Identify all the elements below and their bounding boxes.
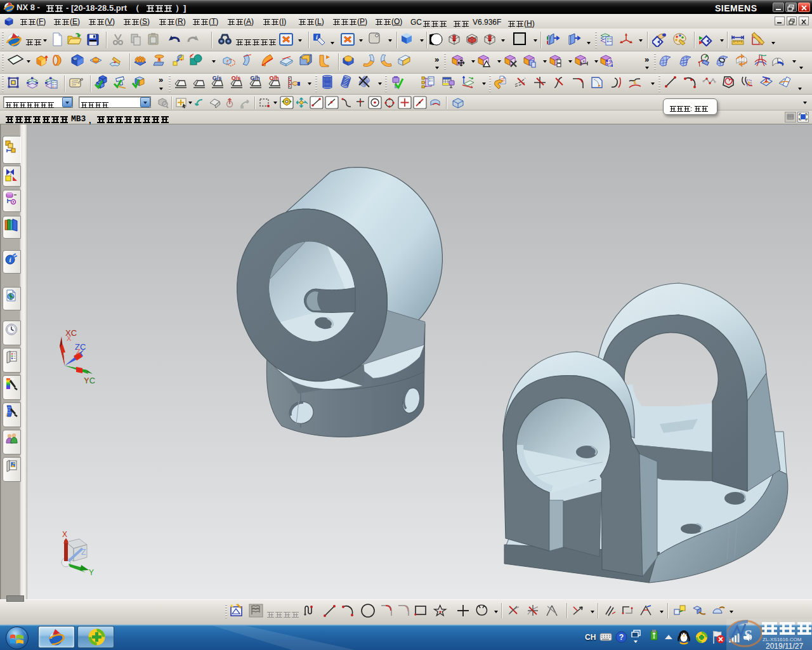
svg-text:G/s: G/s	[213, 76, 222, 81]
svg-text:Z: Z	[81, 548, 86, 557]
svg-text:X: X	[62, 530, 67, 539]
svg-text:X: X	[67, 335, 72, 342]
svg-text:Y: Y	[89, 568, 94, 577]
svg-text:S: S	[743, 627, 752, 643]
svg-text:G/h: G/h	[251, 76, 260, 81]
svg-text:O/h: O/h	[270, 76, 279, 81]
svg-text:Y: Y	[84, 376, 89, 384]
svg-text:O/s: O/s	[232, 76, 241, 81]
svg-text:Z: Z	[76, 348, 81, 355]
svg-text:x: x	[583, 59, 585, 63]
svg-text:2019/11/27: 2019/11/27	[766, 642, 803, 650]
svg-text:?: ?	[619, 633, 624, 642]
